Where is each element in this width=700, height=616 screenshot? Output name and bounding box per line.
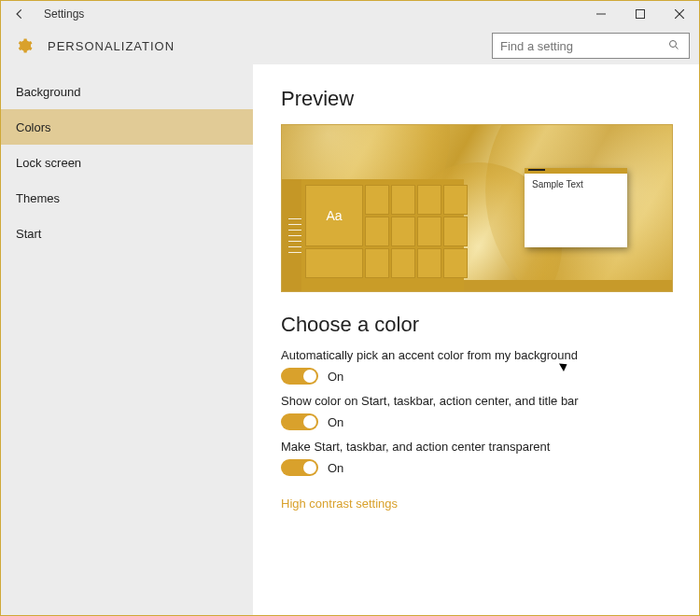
body: Background Colors Lock screen Themes Sta… xyxy=(1,64,699,615)
preview-heading: Preview xyxy=(281,87,671,111)
page-title: PERSONALIZATION xyxy=(48,39,175,53)
option-label: Make Start, taskbar, and action center t… xyxy=(281,440,671,454)
gear-icon xyxy=(14,35,35,56)
toggle-state: On xyxy=(328,415,343,429)
sidebar: Background Colors Lock screen Themes Sta… xyxy=(1,64,253,615)
search-input[interactable] xyxy=(500,39,668,53)
window-title: Settings xyxy=(44,7,581,21)
preview-tiles: Aa xyxy=(301,179,471,291)
sidebar-item-colors[interactable]: Colors xyxy=(1,109,253,145)
svg-line-5 xyxy=(676,46,679,49)
settings-window: Settings PERSONALIZATION Background Colo… xyxy=(0,0,700,616)
option-transparent: Make Start, taskbar, and action center t… xyxy=(281,440,671,476)
toggle-show-color[interactable] xyxy=(281,413,318,430)
close-button[interactable] xyxy=(660,1,699,27)
preview-tile-aa: Aa xyxy=(305,185,363,246)
sidebar-item-background[interactable]: Background xyxy=(1,74,253,109)
content: Preview Aa xyxy=(253,64,699,615)
sidebar-item-themes[interactable]: Themes xyxy=(1,180,253,216)
toggle-auto-accent[interactable] xyxy=(281,368,318,385)
preview-start-panel: Aa xyxy=(282,179,464,291)
search-icon xyxy=(668,39,681,53)
maximize-button[interactable] xyxy=(621,1,660,27)
minimize-button[interactable] xyxy=(581,1,621,27)
search-box[interactable] xyxy=(492,33,690,59)
header: PERSONALIZATION xyxy=(1,27,699,64)
high-contrast-link[interactable]: High contrast settings xyxy=(281,497,398,511)
svg-point-4 xyxy=(670,40,677,47)
sidebar-item-lock-screen[interactable]: Lock screen xyxy=(1,145,253,180)
titlebar: Settings xyxy=(1,1,699,27)
option-label: Automatically pick an accent color from … xyxy=(281,348,671,362)
option-auto-accent: Automatically pick an accent color from … xyxy=(281,348,671,385)
svg-rect-1 xyxy=(637,10,645,19)
option-show-color: Show color on Start, taskbar, action cen… xyxy=(281,394,671,430)
preview-sample-window: Sample Text xyxy=(525,168,627,247)
toggle-transparent[interactable] xyxy=(281,459,318,476)
sidebar-item-start[interactable]: Start xyxy=(1,216,253,251)
toggle-state: On xyxy=(328,461,343,475)
choose-color-heading: Choose a color xyxy=(281,313,671,337)
preview-box: Aa Sample Text xyxy=(281,124,673,292)
back-button[interactable] xyxy=(1,1,38,27)
option-label: Show color on Start, taskbar, action cen… xyxy=(281,394,671,408)
preview-sample-text: Sample Text xyxy=(532,179,583,189)
toggle-state: On xyxy=(328,370,343,384)
